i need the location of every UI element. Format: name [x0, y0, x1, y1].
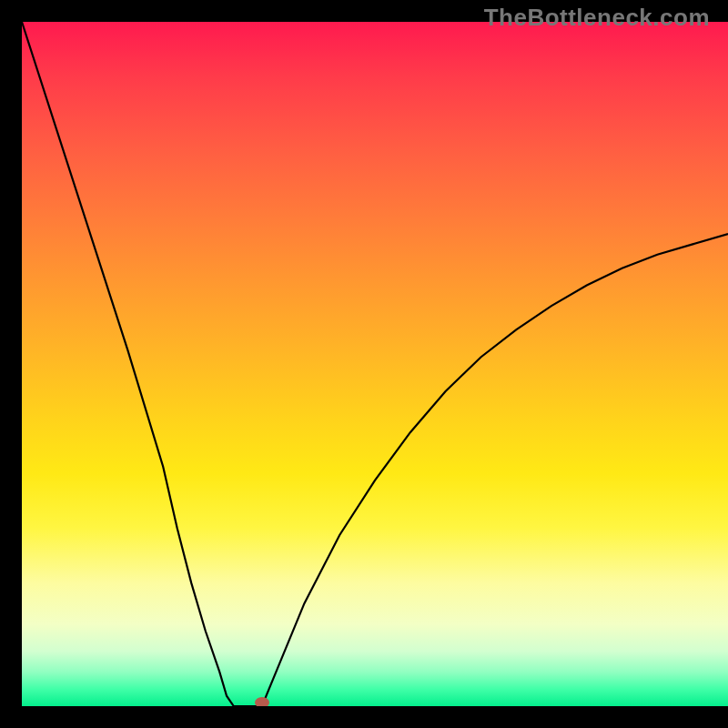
watermark-text: TheBottleneck.com	[484, 4, 710, 32]
bottleneck-curve	[22, 22, 728, 706]
curve-path	[22, 22, 728, 706]
optimum-marker	[255, 697, 269, 706]
plot-area	[22, 22, 728, 706]
chart-frame: TheBottleneck.com	[0, 0, 728, 728]
